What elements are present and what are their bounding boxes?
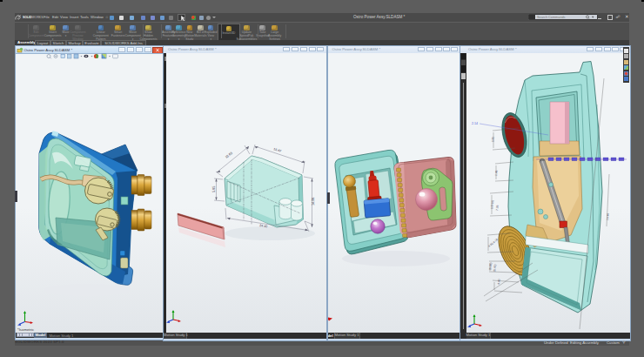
- svg-text:SOLIDWORKS: SOLIDWORKS: [23, 16, 44, 19]
